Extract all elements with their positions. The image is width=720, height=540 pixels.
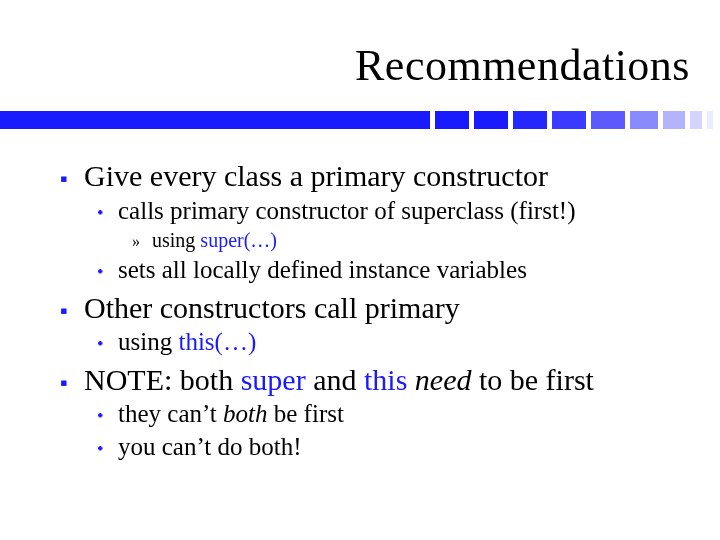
list-text: calls primary constructor of superclass …	[118, 195, 690, 228]
keyword: super	[241, 363, 306, 396]
keyword: this	[364, 363, 407, 396]
diamond-bullet-icon: 🞄	[96, 202, 118, 225]
italic-text: need	[415, 363, 472, 396]
list-text: using super(…)	[152, 227, 690, 254]
list-text: NOTE: both super and this need to be fir…	[84, 361, 690, 399]
list-item: ▪ Give every class a primary constructor…	[60, 157, 690, 287]
list-text: you can’t do both!	[118, 431, 690, 464]
diamond-bullet-icon: 🞄	[96, 333, 118, 356]
bullet-list: ▪ Give every class a primary constructor…	[60, 157, 690, 463]
list-item: 🞄 calls primary constructor of superclas…	[96, 195, 690, 255]
list-item: 🞄 using this(…)	[96, 326, 690, 359]
list-item: » using super(…)	[132, 227, 690, 254]
accent-bar-segment	[663, 111, 685, 129]
list-text: using this(…)	[118, 326, 690, 359]
accent-bar-segment	[591, 111, 625, 129]
slide-title: Recommendations	[0, 40, 690, 91]
list-text: Other constructors call primary	[84, 289, 690, 327]
accent-bar-segment	[474, 111, 508, 129]
accent-bar-segment	[690, 111, 702, 129]
list-item: ▪ NOTE: both super and this need to be f…	[60, 361, 690, 464]
diamond-bullet-icon: 🞄	[96, 438, 118, 461]
square-bullet-icon: ▪	[60, 165, 84, 193]
list-text: sets all locally defined instance variab…	[118, 254, 690, 287]
diamond-bullet-icon: 🞄	[96, 261, 118, 284]
list-text: they can’t both be first	[118, 398, 690, 431]
square-bullet-icon: ▪	[60, 369, 84, 397]
list-text: Give every class a primary constructor	[84, 157, 690, 195]
title-area: Recommendations	[0, 0, 720, 99]
accent-bar-left	[0, 111, 430, 129]
accent-bar-segment	[552, 111, 586, 129]
square-bullet-icon: ▪	[60, 297, 84, 325]
accent-bar-segment	[707, 111, 713, 129]
list-item: 🞄 sets all locally defined instance vari…	[96, 254, 690, 287]
accent-bar-segment	[513, 111, 547, 129]
diamond-bullet-icon: 🞄	[96, 405, 118, 428]
italic-text: both	[223, 400, 267, 427]
accent-bar-segment	[630, 111, 658, 129]
slide: Recommendations ▪ Give every class a pri…	[0, 0, 720, 540]
content: ▪ Give every class a primary constructor…	[0, 129, 720, 463]
accent-bar-segment	[435, 111, 469, 129]
keyword: this(…)	[178, 328, 256, 355]
list-item: 🞄 you can’t do both!	[96, 431, 690, 464]
accent-bar-segments	[430, 111, 720, 129]
keyword: super(…)	[200, 229, 277, 251]
raquo-bullet-icon: »	[132, 231, 152, 253]
list-item: ▪ Other constructors call primary 🞄 usin…	[60, 289, 690, 359]
accent-bar	[0, 111, 720, 129]
list-item: 🞄 they can’t both be first	[96, 398, 690, 431]
